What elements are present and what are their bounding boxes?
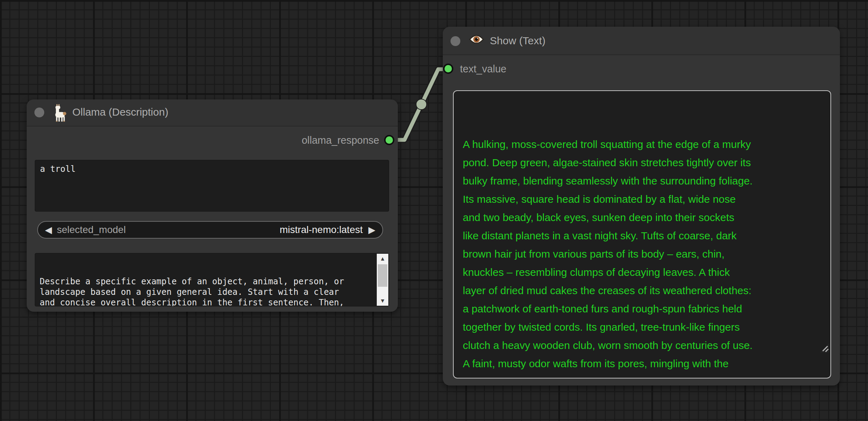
scroll-down-button[interactable]: ▼: [377, 296, 388, 306]
text-value-content: A hulking, moss-covered troll squatting …: [463, 135, 821, 378]
text-value-textarea[interactable]: A hulking, moss-covered troll squatting …: [453, 90, 831, 378]
ollama-node-header[interactable]: Ollama (Description): [27, 99, 398, 127]
node-title: Ollama (Description): [72, 106, 168, 118]
eye-icon: [469, 34, 484, 46]
llama-icon: [52, 104, 68, 123]
combo-value: mistral-nemo:latest: [280, 224, 363, 235]
show-text-node-header[interactable]: Show (Text): [443, 27, 840, 55]
graph-canvas[interactable]: Ollama (Description) ollama_response a t…: [0, 0, 868, 421]
system-prompt-textarea[interactable]: Describe a specific example of an object…: [35, 253, 389, 306]
prev-model-arrow-icon[interactable]: ◀: [45, 225, 52, 234]
system-prompt-text: Describe a specific example of an object…: [35, 274, 389, 306]
ollama-node[interactable]: Ollama (Description) ollama_response a t…: [27, 99, 398, 312]
collapse-dot[interactable]: [34, 108, 44, 117]
node-title: Show (Text): [490, 35, 545, 47]
scroll-up-button[interactable]: ▲: [377, 254, 388, 264]
resize-grip-icon[interactable]: [796, 322, 829, 376]
link-midpoint-dot: [416, 99, 427, 110]
scroll-thumb[interactable]: [378, 264, 387, 287]
next-model-arrow-icon[interactable]: ▶: [368, 225, 375, 234]
combo-label: selected_model: [57, 224, 126, 235]
show-text-node[interactable]: Show (Text) text_value A hulking, moss-c…: [443, 27, 840, 386]
collapse-dot[interactable]: [451, 36, 460, 46]
prompt-textarea[interactable]: a troll: [35, 160, 389, 212]
input-slot-label: text_value: [460, 63, 506, 75]
scrollbar[interactable]: ▲ ▼: [377, 254, 388, 306]
output-slot-label: ollama_response: [302, 135, 379, 146]
model-combo-widget[interactable]: ◀ selected_model mistral-nemo:latest ▶: [37, 221, 383, 239]
output-slot-dot[interactable]: [384, 135, 394, 145]
input-slot-dot[interactable]: [443, 64, 453, 74]
